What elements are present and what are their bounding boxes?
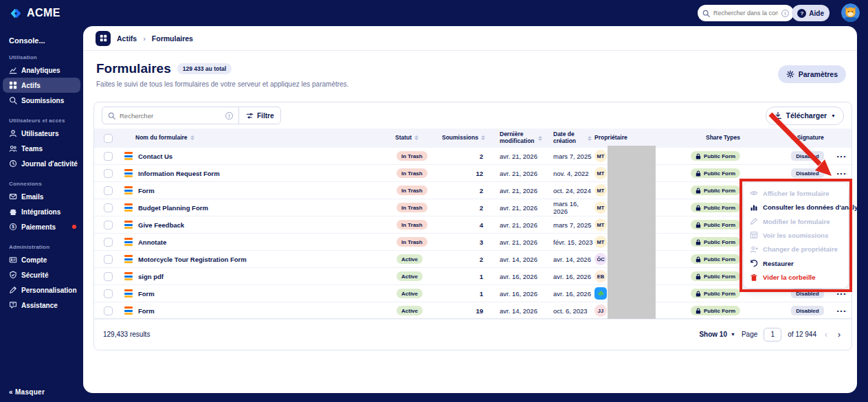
row-checkbox[interactable] xyxy=(104,186,113,195)
form-name[interactable]: sign pdf xyxy=(138,273,164,280)
submissions-count: 19 xyxy=(442,302,490,319)
owner-avatar: MT xyxy=(594,201,607,214)
created-date: nov. 4, 2022 xyxy=(544,165,593,181)
sidebar-item-assistance[interactable]: ? Assistance xyxy=(0,298,83,313)
form-name[interactable]: Form xyxy=(138,307,155,315)
section-label-administration: Administration xyxy=(0,244,83,250)
form-name[interactable]: Budget Planning Form xyxy=(138,204,208,212)
puzzle-icon xyxy=(9,208,17,216)
table-row[interactable]: Form In Trash 2 avr. 21, 2026 oct. 24, 2… xyxy=(94,182,852,199)
status-badge: Active xyxy=(397,271,423,281)
sidebar-item-emails[interactable]: Emails xyxy=(0,189,83,204)
table-row[interactable]: Form Active 19 avr. 14, 2026 oct. 6, 202… xyxy=(94,302,852,320)
console-search[interactable]: i xyxy=(698,5,794,21)
form-name[interactable]: Form xyxy=(138,290,155,298)
table-search-input[interactable] xyxy=(120,112,221,120)
form-name[interactable]: Motorcycle Tour Registration Form xyxy=(138,256,247,263)
sidebar-item-label: Assistance xyxy=(21,302,58,309)
total-count-badge: 129 433 au total xyxy=(177,63,232,74)
select-all-checkbox[interactable] xyxy=(104,134,113,143)
show-per-page-select[interactable]: Show 10▼ xyxy=(699,331,735,338)
console-search-input[interactable] xyxy=(713,10,778,16)
table-row[interactable]: Give Feedback In Trash 4 avr. 21, 2026 m… xyxy=(94,216,852,234)
sort-icon xyxy=(414,135,419,140)
row-checkbox[interactable] xyxy=(104,221,113,230)
row-checkbox[interactable] xyxy=(104,238,113,247)
help-bubble-icon: ? xyxy=(9,301,17,309)
form-name[interactable]: Annotate xyxy=(138,238,166,246)
previous-page-button[interactable]: ‹ xyxy=(823,330,830,339)
sidebar-item-actifs[interactable]: Actifs xyxy=(3,78,80,93)
table-row[interactable]: Budget Planning Form In Trash 2 avr. 21,… xyxy=(94,199,852,216)
lock-icon xyxy=(695,239,701,245)
breadcrumb-parent[interactable]: Actifs xyxy=(117,34,137,43)
header-submissions[interactable]: Soumissions xyxy=(442,135,490,142)
page-title: Formulaires xyxy=(96,61,171,76)
page-number-input[interactable] xyxy=(764,328,781,342)
row-actions-button[interactable]: ••• xyxy=(837,308,847,314)
form-icon xyxy=(124,272,133,280)
share-type-badge: Public Form xyxy=(691,289,740,298)
created-date: mars 16, 2026 xyxy=(544,199,593,216)
share-type-badge: Public Form xyxy=(691,271,740,281)
status-badge: In Trash xyxy=(397,151,427,161)
header-name[interactable]: Nom du formulaire xyxy=(122,135,395,142)
header-created[interactable]: Date de création xyxy=(544,131,592,145)
table-row[interactable]: Information Request Form In Trash 12 avr… xyxy=(94,165,852,182)
sidebar-item-compte[interactable]: Compte xyxy=(0,252,83,267)
submissions-count: 2 xyxy=(442,199,490,216)
form-name[interactable]: Form xyxy=(138,187,155,194)
modified-date: avr. 14, 2026 xyxy=(490,251,544,267)
table-search[interactable]: i xyxy=(102,107,238,124)
sidebar-item-teams[interactable]: Teams xyxy=(0,141,83,156)
sidebar-item-personnalisation[interactable]: Personnalisation xyxy=(0,282,83,298)
row-checkbox[interactable] xyxy=(104,289,113,298)
table-row[interactable]: Contact Us In Trash 2 avr. 21, 2026 mars… xyxy=(94,148,852,165)
table-row[interactable]: Annotate In Trash 3 avr. 21, 2026 févr. … xyxy=(94,234,852,251)
table-row[interactable]: Form Active 1 avr. 16, 2026 avr. 16, 202… xyxy=(94,285,852,302)
row-checkbox[interactable] xyxy=(104,255,113,264)
header-owner: Propriétaire xyxy=(593,135,689,142)
header-status[interactable]: Statut xyxy=(395,135,442,142)
created-date: avr. 16, 2026 xyxy=(544,268,593,284)
sidebar-item-utilisateurs[interactable]: Utilisateurs xyxy=(0,126,83,141)
main-panel: Actifs › Formulaires Formulaires 129 433… xyxy=(83,26,857,393)
form-name[interactable]: Information Request Form xyxy=(138,170,220,177)
owner-avatar: JJ xyxy=(594,304,607,317)
owner-avatar: MT xyxy=(594,236,607,248)
filter-button[interactable]: Filtre xyxy=(238,107,280,124)
form-name[interactable]: Give Feedback xyxy=(138,221,184,229)
lock-icon xyxy=(695,291,701,297)
status-badge: In Trash xyxy=(397,186,427,195)
table-row[interactable]: sign pdf Active 1 avr. 16, 2026 avr. 16,… xyxy=(94,268,852,285)
owner-avatar-app-icon xyxy=(594,287,607,300)
next-page-button[interactable]: › xyxy=(836,330,843,339)
row-checkbox[interactable] xyxy=(104,306,113,315)
user-avatar[interactable] xyxy=(841,3,860,22)
logo: ACME xyxy=(9,7,60,19)
sidebar-item-journal[interactable]: Journal d'activité xyxy=(0,156,83,171)
section-label-connexions: Connexions xyxy=(0,181,83,187)
sidebar-item-integrations[interactable]: Intégrations xyxy=(0,204,83,219)
sidebar-item-label: Analytiques xyxy=(21,67,60,74)
help-button[interactable]: ? Aide xyxy=(792,5,830,21)
sidebar-item-securite[interactable]: Sécurité xyxy=(0,267,83,282)
share-type-badge: Public Form xyxy=(691,306,740,315)
form-name[interactable]: Contact Us xyxy=(138,153,173,160)
console-switcher[interactable]: Console... xyxy=(0,26,83,45)
sidebar-item-paiements[interactable]: $ Paiements xyxy=(0,219,83,234)
row-checkbox[interactable] xyxy=(104,272,113,281)
sidebar-item-label: Utilisateurs xyxy=(21,130,58,137)
sidebar-item-analytiques[interactable]: Analytiques xyxy=(0,63,83,78)
annotation-arrow xyxy=(756,103,845,186)
notification-dot xyxy=(72,225,76,229)
settings-button[interactable]: Paramètres xyxy=(778,65,846,83)
row-checkbox[interactable] xyxy=(104,152,113,161)
sidebar-item-soumissions[interactable]: Soumissions xyxy=(0,93,83,108)
table-row[interactable]: Motorcycle Tour Registration Form Active… xyxy=(94,251,852,268)
row-checkbox[interactable] xyxy=(104,169,113,178)
row-checkbox[interactable] xyxy=(104,203,113,212)
header-modified[interactable]: Dernière modification xyxy=(490,131,542,145)
collapse-sidebar-button[interactable]: « Masquer xyxy=(9,388,45,396)
lock-icon xyxy=(695,308,701,314)
